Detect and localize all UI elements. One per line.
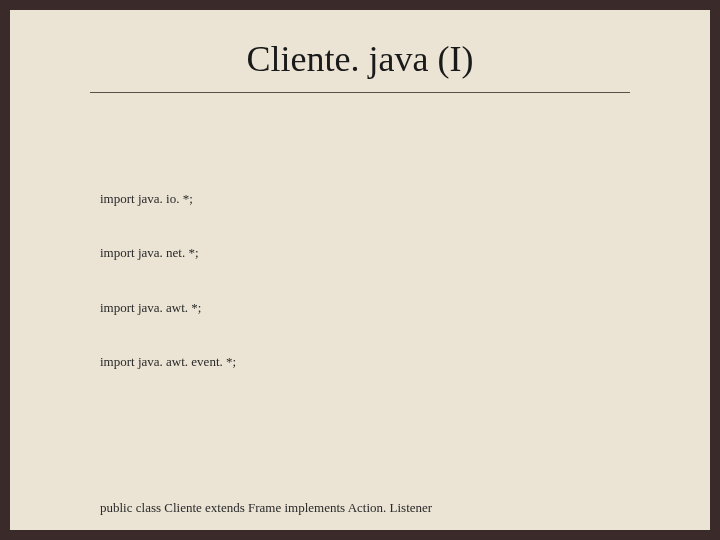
code-line: public class Cliente extends Frame imple… <box>100 499 670 517</box>
code-line: import java. awt. event. *; <box>100 353 670 371</box>
code-line: import java. awt. *; <box>100 299 670 317</box>
class-section: public class Cliente extends Frame imple… <box>100 462 670 540</box>
slide-container: Cliente. java (I) import java. io. *; im… <box>10 10 710 530</box>
slide-title: Cliente. java (I) <box>50 38 670 80</box>
title-divider <box>90 92 630 93</box>
code-content: import java. io. *; import java. net. *;… <box>50 117 670 540</box>
imports-section: import java. io. *; import java. net. *;… <box>100 153 670 408</box>
code-line: import java. net. *; <box>100 244 670 262</box>
code-line: import java. io. *; <box>100 190 670 208</box>
